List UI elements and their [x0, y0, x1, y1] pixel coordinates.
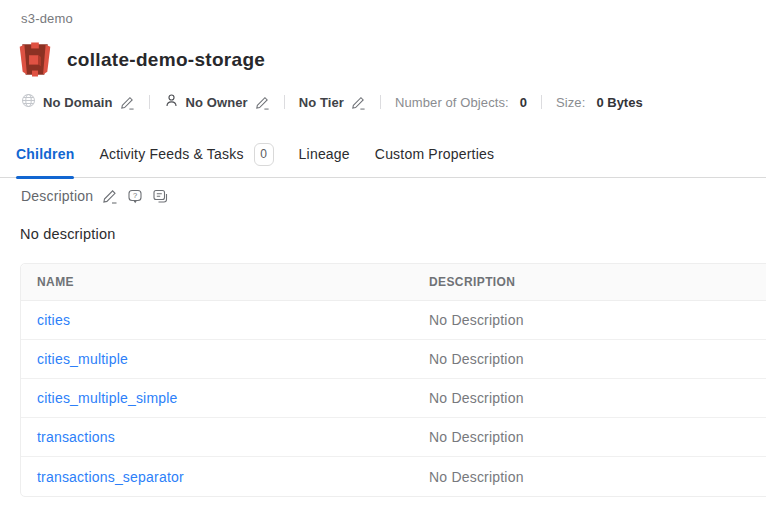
table-row: cities_multiple No Description	[21, 340, 766, 379]
child-description: No Description	[429, 312, 524, 328]
divider	[149, 95, 150, 109]
meta-row: No Domain No Owner No Tier	[21, 92, 643, 112]
description-empty-text: No description	[20, 226, 116, 242]
column-header-description: DESCRIPTION	[413, 275, 766, 289]
domain-item: No Domain	[21, 93, 135, 111]
tab-lineage[interactable]: Lineage	[299, 131, 350, 178]
tab-bar: Children Activity Feeds & Tasks 0 Lineag…	[0, 131, 766, 178]
globe-icon	[21, 93, 36, 111]
page-title: collate-demo-storage	[67, 49, 265, 71]
child-link[interactable]: cities_multiple_simple	[37, 390, 178, 406]
divider	[541, 95, 542, 109]
tier-item: No Tier	[299, 95, 366, 110]
request-description-icon[interactable]: ?	[127, 188, 143, 204]
domain-label: No Domain	[43, 95, 113, 110]
edit-description-icon[interactable]	[102, 188, 118, 204]
objects-count-label: Number of Objects:	[395, 95, 509, 110]
edit-owner-icon[interactable]	[255, 95, 270, 110]
tab-activity-feeds-label: Activity Feeds & Tasks	[99, 146, 243, 162]
table-header-row: NAME DESCRIPTION	[21, 264, 766, 301]
owner-label: No Owner	[186, 95, 248, 110]
tab-custom-properties-label: Custom Properties	[375, 146, 494, 162]
child-link[interactable]: transactions_separator	[37, 469, 184, 485]
edit-tier-icon[interactable]	[351, 95, 366, 110]
description-header: Description ?	[21, 188, 168, 204]
divider	[284, 95, 285, 109]
tab-lineage-label: Lineage	[299, 146, 350, 162]
child-link[interactable]: cities_multiple	[37, 351, 128, 367]
table-row: transactions_separator No Description	[21, 457, 766, 496]
children-table: NAME DESCRIPTION cities No Description c…	[20, 263, 766, 497]
tier-label: No Tier	[299, 95, 344, 110]
divider	[380, 95, 381, 109]
container-details-page: s3-demo collate-demo-storage No Domain	[0, 0, 766, 520]
tab-activity-feeds[interactable]: Activity Feeds & Tasks 0	[99, 131, 273, 178]
size-label: Size:	[556, 95, 585, 110]
objects-count-value: 0	[520, 95, 527, 110]
description-label: Description	[21, 188, 93, 204]
user-icon	[164, 93, 179, 111]
owner-item: No Owner	[164, 93, 270, 111]
svg-text:?: ?	[133, 191, 137, 200]
s3-bucket-icon	[18, 41, 52, 78]
child-description: No Description	[429, 390, 524, 406]
child-link[interactable]: transactions	[37, 429, 115, 445]
comments-icon[interactable]	[152, 188, 168, 204]
child-link[interactable]: cities	[37, 312, 70, 328]
edit-domain-icon[interactable]	[120, 95, 135, 110]
table-row: transactions No Description	[21, 418, 766, 457]
tab-children[interactable]: Children	[16, 131, 74, 178]
column-header-name: NAME	[21, 275, 413, 289]
tab-children-label: Children	[16, 146, 74, 162]
title-row: collate-demo-storage	[18, 41, 265, 78]
table-row: cities No Description	[21, 301, 766, 340]
size-value: 0 Bytes	[596, 95, 642, 110]
size-item: Size: 0 Bytes	[556, 95, 643, 110]
child-description: No Description	[429, 469, 524, 485]
objects-count-item: Number of Objects: 0	[395, 95, 527, 110]
activity-count-badge: 0	[254, 143, 274, 166]
breadcrumb-service-link[interactable]: s3-demo	[21, 11, 73, 26]
tab-custom-properties[interactable]: Custom Properties	[375, 131, 494, 178]
table-row: cities_multiple_simple No Description	[21, 379, 766, 418]
child-description: No Description	[429, 351, 524, 367]
active-tab-underline	[16, 176, 74, 179]
child-description: No Description	[429, 429, 524, 445]
